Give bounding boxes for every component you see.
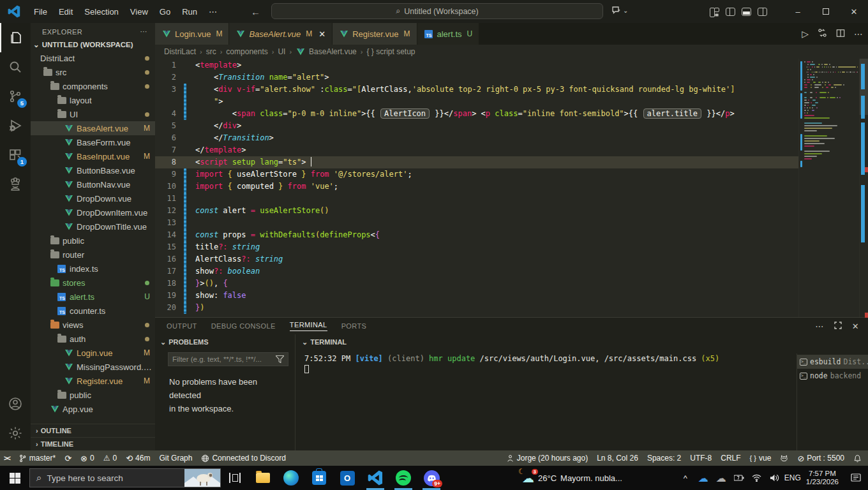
menu-edit[interactable]: Edit — [53, 4, 79, 19]
code-line-10[interactable]: 10import { computed } from 'vue'; — [155, 181, 798, 193]
notification-center-icon[interactable] — [844, 466, 868, 490]
explorer-more-icon[interactable]: ⋯ — [140, 27, 147, 36]
menu-file[interactable]: File — [28, 4, 53, 19]
tree-item-stores[interactable]: stores — [31, 276, 155, 290]
status-port-5500[interactable]: ⊘Port : 5500 — [797, 454, 844, 463]
tab-Register.vue[interactable]: Register.vueM — [333, 23, 417, 45]
tree-item-alert.ts[interactable]: TSalert.tsU — [31, 290, 155, 304]
terminal-instance-esbuild[interactable]: >_esbuildDist... — [797, 355, 868, 369]
tree-item-auth[interactable]: auth — [31, 332, 155, 346]
tree-item-DropDown.vue[interactable]: DropDown.vue — [31, 191, 155, 205]
status-0[interactable]: ⊗0 — [80, 454, 94, 463]
status-bell[interactable] — [853, 454, 862, 463]
problems-header[interactable]: PROBLEMS — [168, 338, 208, 346]
toggle-sidebar-icon[interactable] — [726, 8, 735, 16]
tree-item-public[interactable]: public — [31, 388, 155, 402]
tree-item-src[interactable]: src — [31, 65, 155, 79]
breadcrumb-item[interactable]: DistriLact — [164, 47, 196, 56]
code-line-4[interactable]: 4 <span class="p-0 m-0 inline">{{ AlertI… — [155, 108, 798, 120]
tree-item-BaseAlert.vue[interactable]: BaseAlert.vueM — [31, 121, 155, 135]
tree-item-router[interactable]: router — [31, 248, 155, 262]
breadcrumb-item[interactable]: components — [226, 47, 267, 56]
panel-tab-debug-console[interactable]: DEBUG CONSOLE — [211, 322, 276, 330]
code-editor[interactable]: 1<template>2 <Transition name="alert">3 … — [155, 59, 798, 317]
taskbar-weather[interactable]: ☁☾3 26°C Mayorm. nubla... — [522, 466, 622, 490]
sidebar-section-outline[interactable]: ›OUTLINE — [31, 424, 155, 437]
taskbar-search-input[interactable]: ⌕ Type here to search — [29, 468, 221, 487]
close-button[interactable]: ✕ — [840, 0, 868, 23]
customize-layout-icon[interactable] — [710, 8, 719, 16]
status-spaces-2[interactable]: Spaces: 2 — [647, 454, 681, 463]
wifi-icon[interactable] — [749, 466, 765, 490]
language-indicator[interactable]: ENG — [784, 466, 801, 490]
terminal-header[interactable]: TERMINAL — [310, 338, 347, 346]
volume-icon[interactable] — [767, 466, 783, 490]
restore-button[interactable] — [812, 0, 840, 23]
menu-run[interactable]: Run — [176, 4, 203, 19]
tree-item-DistriLact[interactable]: DistriLact — [31, 51, 155, 65]
breadcrumb-item[interactable]: BaseAlert.vue — [309, 47, 357, 56]
code-line-9[interactable]: 9import { useAlertStore } from '@/stores… — [155, 168, 798, 181]
panel-tab-ports[interactable]: PORTS — [341, 322, 367, 330]
panel-tab-terminal[interactable]: TERMINAL — [290, 321, 327, 331]
code-line-8[interactable]: 8<script setup lang="ts"> — [155, 156, 798, 168]
code-line-wrap-3[interactable]: "> — [155, 96, 798, 108]
settings-gear-icon[interactable] — [0, 419, 31, 448]
tree-item-Login.vue[interactable]: Login.vueM — [31, 346, 155, 360]
run-code-icon[interactable]: ▷ — [802, 29, 809, 39]
scrollbar[interactable] — [859, 59, 868, 317]
terminal-instance-node[interactable]: >_nodebackend — [797, 369, 868, 383]
command-center-search[interactable]: ⌕ Untitled (Workspace) — [271, 3, 603, 19]
start-button[interactable] — [0, 466, 29, 490]
menu-go[interactable]: Go — [154, 4, 176, 19]
tree-item-components[interactable]: components — [31, 79, 155, 93]
source-control-icon[interactable]: 5 — [0, 82, 31, 111]
status-git-graph[interactable]: Git Graph — [159, 454, 192, 463]
copilot-chat-icon[interactable]: ⌄ — [611, 5, 628, 15]
menu-selection[interactable]: Selection — [79, 4, 124, 19]
battery-icon[interactable] — [731, 466, 747, 490]
breadcrumb-item[interactable]: UI — [278, 47, 285, 56]
tree-item-layout[interactable]: layout — [31, 93, 155, 107]
panel-more-icon[interactable]: ⋯ — [815, 322, 823, 331]
taskbar-app-outlook[interactable]: O — [333, 466, 361, 490]
taskbar-app-vscode[interactable] — [361, 466, 389, 490]
split-editor-icon[interactable] — [836, 29, 845, 40]
taskbar-app-file-explorer[interactable] — [249, 466, 277, 490]
status-master-[interactable]: master* — [19, 454, 56, 463]
search-sidebar-icon[interactable] — [0, 52, 31, 82]
status-cat[interactable] — [780, 454, 788, 463]
extensions-icon[interactable]: 1 — [0, 140, 31, 170]
cloud-sync-icon[interactable]: ☁ — [713, 466, 730, 490]
status-crlf[interactable]: CRLF — [721, 454, 740, 463]
editor-more-icon[interactable]: ⋯ — [854, 29, 863, 39]
code-line-20[interactable]: 20}) — [155, 302, 798, 314]
run-debug-icon[interactable] — [0, 111, 31, 140]
tab-BaseAlert.vue[interactable]: BaseAlert.vueM✕ — [229, 23, 333, 45]
tree-item-DropDownTitle.vue[interactable]: DropDownTitle.vue — [31, 219, 155, 234]
toggle-panel-icon[interactable] — [742, 8, 751, 16]
chef-extension-icon[interactable] — [0, 170, 31, 199]
panel-maximize-icon[interactable] — [834, 322, 842, 330]
panel-tab-output[interactable]: OUTPUT — [167, 322, 197, 330]
status-utf-8[interactable]: UTF-8 — [690, 454, 712, 463]
code-line-1[interactable]: 1<template> — [155, 59, 798, 71]
tab-alert.ts[interactable]: TSalert.tsU — [417, 23, 480, 45]
code-line-7[interactable]: 7</template> — [155, 144, 798, 156]
tree-item-App.vue[interactable]: App.vue — [31, 402, 155, 416]
tree-item-ButtonNav.vue[interactable]: ButtonNav.vue — [31, 177, 155, 191]
tree-item-public[interactable]: public — [31, 234, 155, 248]
code-line-17[interactable]: 17show?: boolean — [155, 265, 798, 278]
status-remote[interactable]: >< — [4, 454, 10, 462]
taskbar-clock[interactable]: 7:57 PM 1/23/2026 — [802, 470, 842, 486]
minimap[interactable] — [798, 59, 859, 317]
hidden-icons-chevron[interactable]: ^ — [677, 466, 694, 490]
code-line-11[interactable]: 11 — [155, 193, 798, 205]
sidebar-section-timeline[interactable]: ›TIMELINE — [31, 437, 155, 450]
close-tab-icon[interactable]: ✕ — [318, 29, 326, 39]
workspace-header[interactable]: ⌄ UNTITLED (WORKSPACE) — [31, 39, 155, 51]
tree-item-BaseForm.vue[interactable]: BaseForm.vue — [31, 135, 155, 149]
tree-item-views[interactable]: views — [31, 318, 155, 332]
panel-close-icon[interactable]: ✕ — [852, 322, 859, 331]
code-line-15[interactable]: 15title?: string — [155, 241, 798, 253]
